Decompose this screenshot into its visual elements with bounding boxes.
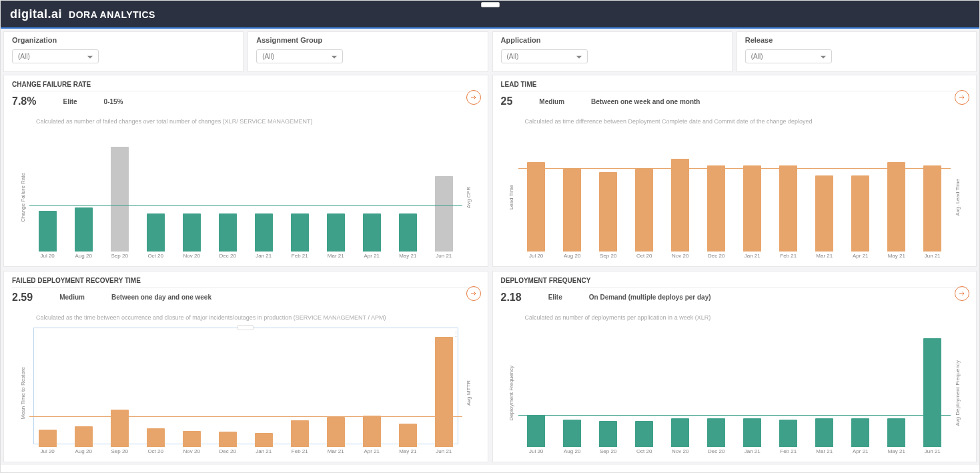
bar-slot	[811, 332, 838, 448]
bar[interactable]	[527, 162, 545, 252]
filter-select-2[interactable]: (All)	[501, 49, 588, 63]
bar[interactable]	[707, 165, 725, 252]
x-tick-label: Jan 21	[739, 253, 766, 262]
drill-in-button[interactable]	[466, 90, 481, 105]
bar[interactable]	[327, 213, 345, 251]
bar[interactable]	[815, 175, 833, 252]
bar-slot	[430, 332, 458, 448]
filter-card-2: Application (All)	[492, 31, 732, 72]
bar-slot	[883, 332, 910, 448]
x-tick-label: Dec 20	[702, 448, 730, 458]
bar-slot	[322, 135, 350, 252]
bar[interactable]	[183, 213, 201, 251]
bar[interactable]	[599, 172, 617, 252]
bar[interactable]	[779, 165, 797, 252]
bar-slot	[70, 135, 97, 252]
bar[interactable]	[527, 415, 545, 447]
bar[interactable]	[291, 213, 309, 251]
drill-in-button[interactable]	[955, 90, 969, 105]
bar[interactable]	[563, 420, 581, 447]
bar[interactable]	[887, 162, 905, 252]
bar[interactable]	[39, 211, 57, 252]
brand-logo: digital.ai DORA ANALYTICS	[10, 7, 155, 21]
x-tick-label: Feb 21	[775, 448, 802, 458]
bar[interactable]	[435, 176, 453, 252]
metric-tier: Medium	[59, 294, 85, 301]
bar[interactable]	[851, 418, 869, 447]
bar[interactable]	[599, 421, 617, 447]
bar[interactable]	[183, 431, 201, 447]
bar[interactable]	[923, 338, 941, 447]
bar[interactable]	[743, 418, 761, 447]
bar-slot	[322, 332, 350, 448]
metric-range: Between one day and one week	[111, 294, 211, 301]
x-tick-label: May 21	[394, 448, 422, 458]
bar[interactable]	[851, 175, 869, 252]
filter-label: Release	[745, 36, 968, 44]
bar[interactable]	[327, 417, 345, 447]
bar-slot	[630, 332, 658, 448]
bar[interactable]	[779, 420, 797, 447]
bar[interactable]	[563, 169, 581, 252]
drill-in-button[interactable]	[955, 286, 969, 301]
filter-select-3[interactable]: (All)	[745, 49, 832, 63]
bar[interactable]	[147, 428, 165, 447]
bar[interactable]	[291, 420, 309, 447]
x-tick-label: Feb 21	[286, 253, 314, 262]
bar[interactable]	[671, 418, 689, 447]
bar[interactable]	[743, 165, 761, 252]
x-tick-label: May 21	[394, 253, 422, 262]
bar[interactable]	[399, 424, 417, 447]
bar[interactable]	[635, 421, 653, 447]
bar[interactable]	[147, 213, 165, 251]
chart-plot: Jul 20Aug 20Sep 20Oct 20Nov 20Dec 20Jan …	[518, 328, 951, 460]
x-axis-labels: Jul 20Aug 20Sep 20Oct 20Nov 20Dec 20Jan …	[518, 253, 951, 262]
drill-in-button[interactable]	[466, 286, 481, 301]
bar[interactable]	[111, 410, 129, 447]
bar[interactable]	[707, 418, 725, 447]
x-tick-label: Nov 20	[666, 253, 694, 262]
metric-card-lead: LEAD TIME 25 Medium Between one week and…	[492, 75, 977, 267]
bar[interactable]	[671, 159, 689, 252]
metric-row: 2.59 Medium Between one day and one week	[12, 290, 480, 305]
chart-container: Lead Time Jul 20Aug 20Sep 20Oct 20Nov 20…	[501, 129, 969, 264]
bar[interactable]	[255, 213, 273, 251]
x-tick-label: Oct 20	[142, 448, 169, 458]
bar[interactable]	[815, 418, 833, 447]
drag-handle-icon[interactable]	[237, 325, 254, 330]
bar[interactable]	[219, 213, 237, 251]
bar[interactable]	[399, 213, 417, 251]
bar[interactable]	[435, 337, 453, 447]
bar[interactable]	[75, 207, 93, 251]
filter-select-0[interactable]: (All)	[12, 49, 99, 63]
drag-handle-top[interactable]	[481, 2, 500, 7]
bar-slot	[775, 332, 802, 448]
metric-value: 25	[501, 95, 513, 107]
bar-slot	[522, 332, 550, 448]
bar-slot	[739, 135, 766, 252]
bar[interactable]	[219, 432, 237, 447]
bar[interactable]	[255, 433, 273, 447]
bar[interactable]	[363, 416, 381, 447]
bar[interactable]	[111, 147, 129, 251]
x-axis-labels: Jul 20Aug 20Sep 20Oct 20Nov 20Dec 20Jan …	[29, 253, 462, 262]
metric-description: Calculated as number of failed changes o…	[36, 118, 477, 125]
bar[interactable]	[75, 426, 93, 447]
bar-slot	[214, 332, 241, 448]
metric-range: 0-15%	[104, 98, 123, 105]
filter-select-1[interactable]: (All)	[256, 49, 343, 63]
bar[interactable]	[923, 165, 941, 252]
bar[interactable]	[363, 213, 381, 251]
bar-slot	[178, 135, 205, 252]
bar[interactable]	[39, 430, 57, 447]
x-tick-label: Jul 20	[522, 253, 550, 262]
bar-slot	[142, 135, 169, 252]
bar-slot	[106, 332, 133, 448]
average-line	[518, 168, 951, 169]
bar-slot	[847, 135, 874, 252]
bar[interactable]	[635, 169, 653, 252]
bar[interactable]	[887, 418, 905, 447]
x-tick-label: Nov 20	[178, 448, 205, 458]
filter-card-0: Organization (All)	[3, 31, 243, 72]
metric-range: On Demand (multiple deploys per day)	[589, 294, 711, 301]
